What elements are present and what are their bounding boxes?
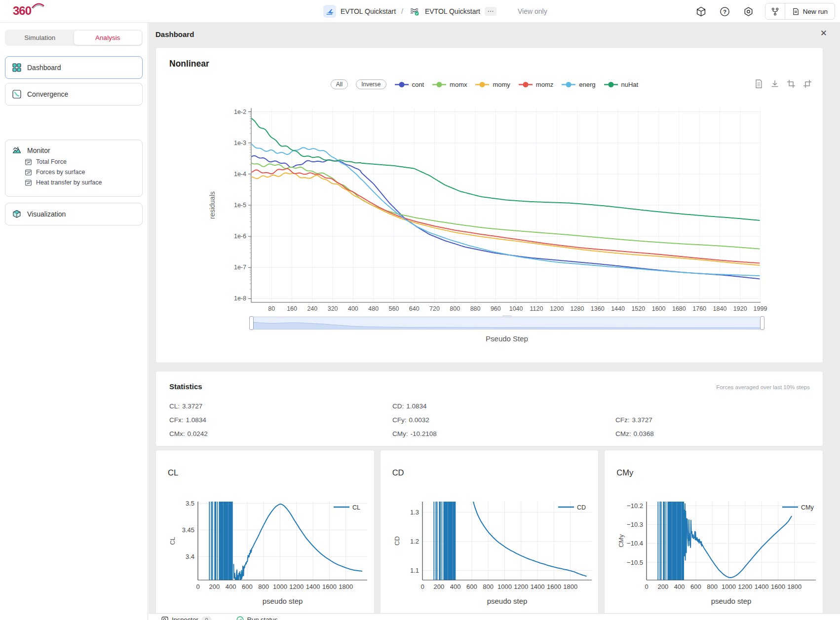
sidebar-item-label: Dashboard	[27, 64, 61, 72]
waves-icon	[410, 6, 420, 16]
tab-simulation[interactable]: Simulation	[6, 31, 74, 45]
settings-gear-icon[interactable]	[743, 6, 754, 17]
svg-text:480: 480	[368, 305, 379, 312]
close-icon[interactable]: ✕	[820, 28, 827, 38]
stat-cmy: CMy:-10.2108	[392, 430, 615, 438]
svg-text:320: 320	[328, 305, 338, 312]
svg-text:1400: 1400	[530, 583, 544, 590]
svg-text:1920: 1920	[733, 305, 747, 312]
svg-text:800: 800	[707, 583, 718, 590]
svg-text:1e-4: 1e-4	[234, 171, 246, 178]
residuals-legend: AllInversecontmomxmomymomzenergnuHat	[215, 79, 754, 89]
svg-text:1120: 1120	[530, 305, 543, 312]
legend-item-momx[interactable]: momx	[432, 81, 467, 88]
svg-text:1999: 1999	[754, 305, 767, 312]
inspector-label: Inspector	[172, 616, 198, 620]
legend-label: cont	[412, 81, 424, 88]
svg-text:400: 400	[450, 583, 460, 590]
svg-text:1800: 1800	[788, 583, 802, 590]
resources-cube-icon[interactable]	[696, 6, 707, 17]
fork-run-button[interactable]	[765, 3, 785, 19]
sidebar-item-label: Monitor	[27, 146, 50, 154]
cmy-panel: CMy 020040060080010001200140016001800−10…	[604, 450, 823, 620]
svg-text:1600: 1600	[771, 583, 785, 590]
svg-text:CL: CL	[352, 504, 360, 511]
help-icon[interactable]: ?	[720, 6, 730, 17]
legend-item-energ[interactable]: energ	[561, 81, 595, 88]
svg-text:1e-8: 1e-8	[234, 295, 246, 302]
stat-cfz: CFz:3.3727	[615, 416, 813, 424]
run-status-button[interactable]: Run status	[236, 616, 278, 620]
svg-text:−10.5: −10.5	[627, 559, 643, 566]
new-run-button[interactable]: New run	[785, 8, 835, 15]
slider-grip[interactable]	[502, 315, 512, 318]
monitor-heat-transfer[interactable]: Heat transfer by surface	[25, 179, 135, 186]
svg-text:800: 800	[258, 583, 269, 590]
chart-data-file-icon[interactable]	[754, 79, 763, 88]
svg-text:3.5: 3.5	[186, 500, 194, 507]
download-icon[interactable]	[770, 79, 779, 88]
svg-text:1440: 1440	[611, 305, 625, 312]
slider-handle-right[interactable]	[760, 316, 764, 330]
cl-chart[interactable]: 0200400600800100012001400160018003.43.45…	[166, 497, 373, 613]
cmy-chart[interactable]: 020040060080010001200140016001800−10.2−1…	[614, 497, 822, 613]
residuals-chart[interactable]: 1e-21e-31e-41e-51e-61e-71e-8801602403204…	[205, 95, 820, 317]
crop-flipped-icon[interactable]	[803, 79, 812, 88]
svg-text:−10.2: −10.2	[627, 502, 643, 510]
statistics-grid: CL:3.3727 CD:1.0834 CFx:1.0834 CFy:0.003…	[169, 399, 813, 440]
sidebar-item-convergence[interactable]: Convergence	[5, 83, 143, 106]
stat-cd: CD:1.0834	[392, 402, 615, 410]
run-status-check-icon	[236, 616, 244, 620]
svg-text:−10.4: −10.4	[627, 540, 643, 547]
svg-text:1520: 1520	[631, 305, 645, 312]
svg-text:1000: 1000	[273, 583, 287, 590]
sidebar-item-dashboard[interactable]: Dashboard	[5, 56, 143, 79]
monitor-total-force[interactable]: Total Force	[25, 158, 135, 165]
monitor-forces-by-surface[interactable]: Forces by surface	[25, 169, 135, 176]
chart-toolbar	[754, 79, 812, 88]
run-status-label: Run status	[247, 616, 278, 620]
cd-panel: CD 0200400600800100012001400160018001.11…	[380, 450, 599, 620]
legend-item-momz[interactable]: momz	[518, 81, 553, 88]
view-only-label: View only	[518, 7, 547, 15]
legend-item-momy[interactable]: momy	[475, 81, 510, 88]
monitor-header[interactable]: Monitor	[12, 146, 135, 155]
sidebar-item-monitor: Monitor Total Force Forces by surface	[5, 140, 143, 197]
project-chip[interactable]	[323, 5, 336, 18]
monitor-icon	[12, 146, 21, 155]
slider-handle-left[interactable]	[249, 316, 254, 330]
residuals-x-axis-label: Pseudo Step	[251, 334, 763, 343]
stat-cmz: CMz:0.0368	[615, 430, 813, 438]
legend-filter-inverse[interactable]: Inverse	[356, 79, 386, 89]
breadcrumb-run[interactable]: EVTOL Quickstart	[425, 7, 480, 15]
stat-cfy: CFy:0.0032	[392, 416, 615, 424]
legend-marker	[432, 81, 447, 88]
stat-cmx: CMx:0.0242	[169, 430, 392, 438]
breadcrumb-more-button[interactable]: ⋯	[485, 7, 496, 16]
stat-cfx: CFx:1.0834	[169, 416, 392, 424]
svg-text:1800: 1800	[563, 583, 577, 590]
svg-text:1600: 1600	[322, 583, 337, 590]
cd-title: CD	[392, 468, 404, 477]
legend-item-cont[interactable]: cont	[394, 81, 424, 88]
app-logo[interactable]: 360	[13, 4, 31, 18]
crop-icon[interactable]	[787, 79, 796, 88]
inspector-button[interactable]: Inspector 0	[161, 616, 212, 620]
tab-analysis[interactable]: Analysis	[74, 31, 142, 45]
svg-text:?: ?	[723, 8, 726, 14]
page-title: Dashboard	[155, 30, 194, 38]
run-chip[interactable]	[409, 5, 420, 17]
svg-text:1200: 1200	[514, 583, 528, 590]
svg-text:600: 600	[242, 583, 253, 590]
cd-chart[interactable]: 0200400600800100012001400160018001.11.21…	[390, 497, 598, 613]
legend-label: momz	[536, 81, 553, 88]
fork-icon	[771, 7, 779, 16]
legend-filter-all[interactable]: All	[331, 79, 348, 89]
nonlinear-title: Nonlinear	[169, 59, 209, 69]
sidebar-item-visualization[interactable]: Visualization	[5, 203, 143, 225]
legend-item-nuHat[interactable]: nuHat	[604, 81, 639, 88]
breadcrumb-project[interactable]: EVTOL Quickstart	[341, 7, 396, 15]
range-slider[interactable]	[251, 317, 763, 329]
legend-marker	[394, 81, 409, 88]
header-actions: ? New run	[696, 0, 835, 23]
